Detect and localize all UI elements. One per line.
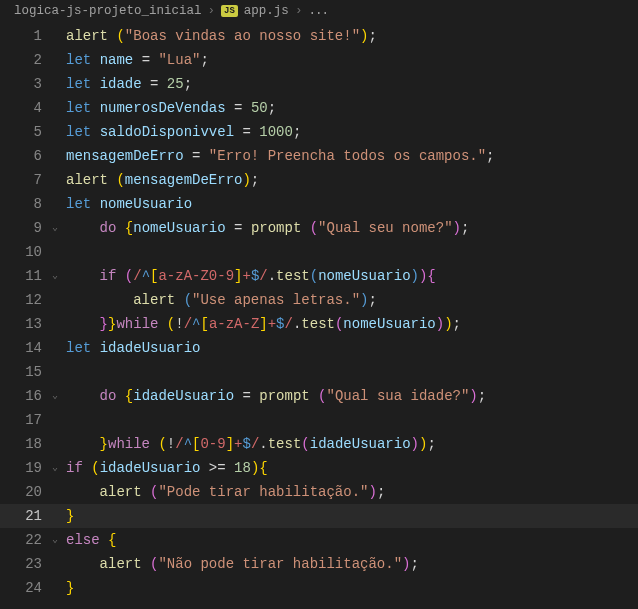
line-number: 1 <box>0 24 52 48</box>
code-line[interactable]: 24 } <box>0 576 638 600</box>
fold-icon[interactable]: ⌄ <box>52 264 66 288</box>
code-line[interactable]: 14 let idadeUsuario <box>0 336 638 360</box>
code-line[interactable]: 19 ⌄ if (idadeUsuario >= 18){ <box>0 456 638 480</box>
line-number: 19 <box>0 456 52 480</box>
line-number: 12 <box>0 288 52 312</box>
line-number: 22 <box>0 528 52 552</box>
fold-icon[interactable]: ⌄ <box>52 528 66 552</box>
breadcrumb: logica-js-projeto_inicial › JS app.js › … <box>0 0 638 22</box>
code-line[interactable]: 4 let numerosDeVendas = 50; <box>0 96 638 120</box>
line-number: 6 <box>0 144 52 168</box>
code-line[interactable]: 15 <box>0 360 638 384</box>
code-line[interactable]: 12 alert ("Use apenas letras."); <box>0 288 638 312</box>
code-line[interactable]: 5 let saldoDisponivvel = 1000; <box>0 120 638 144</box>
fold-icon[interactable]: ⌄ <box>52 456 66 480</box>
code-line[interactable]: 10 <box>0 240 638 264</box>
fold-icon[interactable]: ⌄ <box>52 384 66 408</box>
chevron-right-icon: › <box>208 4 216 18</box>
line-number: 9 <box>0 216 52 240</box>
line-number: 3 <box>0 72 52 96</box>
code-line[interactable]: 11 ⌄ if (/^[a-zA-Z0-9]+$/.test(nomeUsuar… <box>0 264 638 288</box>
code-line[interactable]: 18 }while (!/^[0-9]+$/.test(idadeUsuario… <box>0 432 638 456</box>
line-number: 7 <box>0 168 52 192</box>
code-line[interactable]: 22 ⌄ else { <box>0 528 638 552</box>
ellipsis-icon[interactable]: ... <box>308 4 328 18</box>
line-number: 13 <box>0 312 52 336</box>
code-line[interactable]: 13 }}while (!/^[a-zA-Z]+$/.test(nomeUsua… <box>0 312 638 336</box>
line-number: 2 <box>0 48 52 72</box>
code-line[interactable]: 9 ⌄ do {nomeUsuario = prompt ("Qual seu … <box>0 216 638 240</box>
code-line[interactable]: 17 <box>0 408 638 432</box>
breadcrumb-file[interactable]: app.js <box>244 4 289 18</box>
code-editor[interactable]: 1 alert ("Boas vindas ao nosso site!"); … <box>0 22 638 600</box>
code-line[interactable]: 1 alert ("Boas vindas ao nosso site!"); <box>0 24 638 48</box>
code-line[interactable]: 23 alert ("Não pode tirar habilitação.")… <box>0 552 638 576</box>
line-number: 10 <box>0 240 52 264</box>
code-line[interactable]: 2 let name = "Lua"; <box>0 48 638 72</box>
line-number: 17 <box>0 408 52 432</box>
code-line[interactable]: 21 } <box>0 504 638 528</box>
line-number: 18 <box>0 432 52 456</box>
line-number: 5 <box>0 120 52 144</box>
line-number: 24 <box>0 576 52 600</box>
line-number: 11 <box>0 264 52 288</box>
code-line[interactable]: 8 let nomeUsuario <box>0 192 638 216</box>
line-number: 21 <box>0 504 52 528</box>
code-line[interactable]: 3 let idade = 25; <box>0 72 638 96</box>
fold-icon[interactable]: ⌄ <box>52 216 66 240</box>
code-line[interactable]: 16 ⌄ do {idadeUsuario = prompt ("Qual su… <box>0 384 638 408</box>
code-line[interactable]: 7 alert (mensagemDeErro); <box>0 168 638 192</box>
line-number: 23 <box>0 552 52 576</box>
chevron-right-icon: › <box>295 4 303 18</box>
line-number: 16 <box>0 384 52 408</box>
breadcrumb-folder[interactable]: logica-js-projeto_inicial <box>14 4 202 18</box>
code-line[interactable]: 20 alert ("Pode tirar habilitação."); <box>0 480 638 504</box>
line-number: 8 <box>0 192 52 216</box>
line-number: 20 <box>0 480 52 504</box>
line-number: 14 <box>0 336 52 360</box>
line-number: 4 <box>0 96 52 120</box>
js-file-icon: JS <box>221 5 238 17</box>
line-number: 15 <box>0 360 52 384</box>
code-line[interactable]: 6 mensagemDeErro = "Erro! Preencha todos… <box>0 144 638 168</box>
